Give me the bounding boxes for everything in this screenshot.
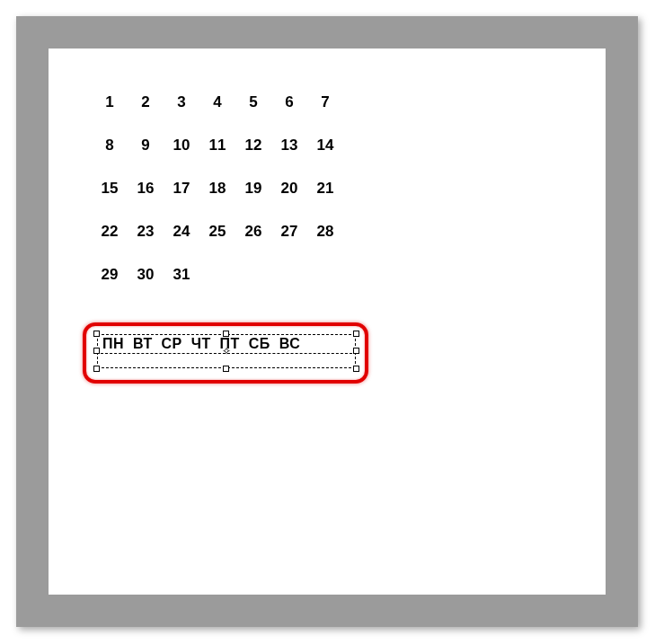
resize-handle-bottom-right[interactable]: [353, 366, 359, 372]
day-number: 29: [92, 266, 128, 284]
resize-handle-top-right[interactable]: [353, 331, 359, 337]
day-number: 27: [271, 223, 307, 241]
day-number: 30: [128, 266, 164, 284]
day-number: 16: [128, 180, 164, 198]
resize-handle-top-left[interactable]: [93, 331, 100, 337]
center-point-icon[interactable]: ✧: [222, 347, 231, 356]
day-number: 4: [199, 93, 235, 111]
day-number: 25: [199, 223, 235, 241]
resize-handle-top-middle[interactable]: [223, 331, 229, 337]
day-number: 24: [164, 223, 199, 241]
day-number: 17: [164, 180, 199, 198]
calendar-row: 8 9 10 11 12 13 14: [92, 137, 343, 154]
day-number: 26: [235, 223, 271, 241]
day-number: 1: [92, 93, 128, 111]
day-number: 13: [271, 137, 307, 154]
calendar-row: 1 2 3 4 5 6 7: [92, 93, 343, 111]
resize-handle-bottom-middle[interactable]: [223, 366, 229, 372]
day-number: 3: [164, 93, 199, 111]
day-number: 11: [199, 137, 235, 154]
calendar-row: 29 30 31: [92, 266, 343, 284]
day-number: 6: [271, 93, 307, 111]
document-canvas[interactable]: 1 2 3 4 5 6 7 8 9 10 11 12 13 14 15 16 1…: [49, 49, 606, 595]
day-number: 28: [307, 223, 343, 241]
calendar-row: 22 23 24 25 26 27 28: [92, 223, 343, 241]
resize-handle-bottom-left[interactable]: [93, 366, 100, 372]
resize-handle-middle-right[interactable]: [353, 348, 359, 354]
day-number: 31: [164, 266, 199, 284]
day-number: 19: [235, 180, 271, 198]
calendar-row: 15 16 17 18 19 20 21: [92, 180, 343, 198]
day-number: 8: [92, 137, 128, 154]
day-number: 10: [164, 137, 199, 154]
resize-handle-middle-left[interactable]: [93, 348, 100, 354]
weekdays-text[interactable]: ПН ВТ СР ЧТ ПТ СБ ВС: [102, 336, 300, 352]
day-number: 20: [271, 180, 307, 198]
day-number: 2: [128, 93, 164, 111]
day-number: 23: [128, 223, 164, 241]
day-number: 7: [307, 93, 343, 111]
day-number: 15: [92, 180, 128, 198]
window-frame: 1 2 3 4 5 6 7 8 9 10 11 12 13 14 15 16 1…: [16, 16, 638, 627]
day-number: 12: [235, 137, 271, 154]
day-number: 14: [307, 137, 343, 154]
day-number: 21: [307, 180, 343, 198]
calendar-numbers-grid: 1 2 3 4 5 6 7 8 9 10 11 12 13 14 15 16 1…: [92, 93, 343, 309]
day-number: 9: [128, 137, 164, 154]
text-frame-selected[interactable]: ПН ВТ СР ЧТ ПТ СБ ВС ✧: [97, 334, 356, 368]
day-number: 5: [235, 93, 271, 111]
day-number: 18: [199, 180, 235, 198]
day-number: 22: [92, 223, 128, 241]
